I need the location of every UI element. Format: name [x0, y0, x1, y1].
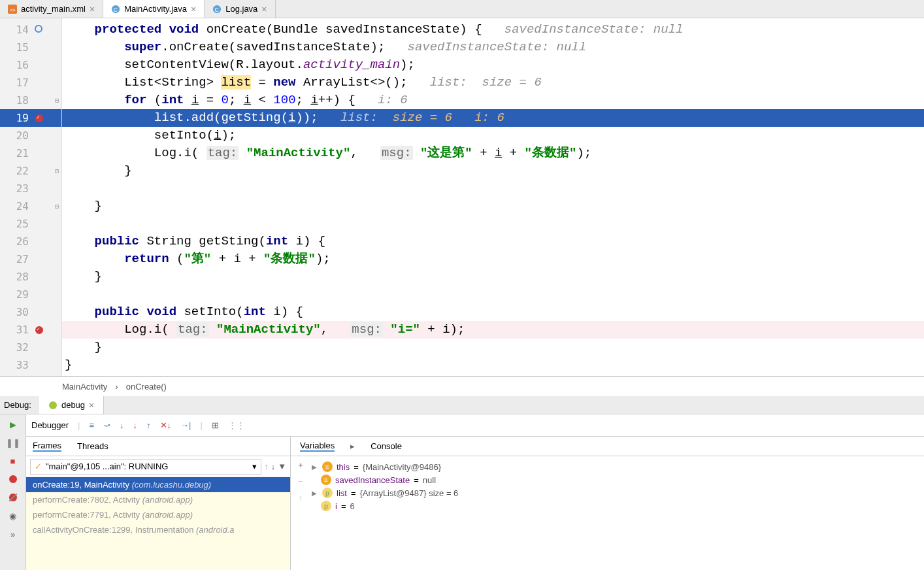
line-num: 23: [16, 182, 29, 195]
frame-item[interactable]: onCreate:19, MainActivity (com.lucashu.d…: [26, 477, 290, 492]
debug-panels: ✓ "main"@9,105 ...ain": RUNNING ▾ ↑ ↓ ▼ …: [26, 456, 924, 570]
override-icon[interactable]: [34, 24, 43, 36]
fold-icon[interactable]: ⊟: [55, 97, 59, 104]
line-num: 24: [16, 200, 29, 212]
debug-toolwindow-header: Debug: debug ×: [0, 396, 924, 414]
console-arrow-icon: ▸: [350, 441, 355, 451]
mute-breakpoints-button[interactable]: [7, 492, 19, 503]
thread-selector[interactable]: ✓ "main"@9,105 ...ain": RUNNING ▾: [30, 459, 261, 475]
gutter: 14 15 16 17 18⊟ 19 20 21 22⊟ 23 24⊟ 25 2…: [0, 18, 62, 376]
step-out-button[interactable]: ↑: [146, 420, 151, 430]
up-button[interactable]: ↑: [299, 493, 303, 503]
camera-button[interactable]: ◉: [7, 510, 19, 522]
thread-name: "main"@9,105 ...ain": RUNNING: [46, 461, 248, 471]
evaluate-button[interactable]: ⊞: [212, 420, 219, 430]
pause-button[interactable]: ❚❚: [7, 437, 19, 448]
expand-icon[interactable]: ▶: [312, 490, 317, 497]
variable-row[interactable]: ▶≡this = {MainActivity@9486}: [312, 460, 924, 473]
breadcrumb-method[interactable]: onCreate(): [126, 382, 167, 392]
breadcrumb-class[interactable]: MainActivity: [62, 382, 107, 392]
more-button[interactable]: »: [7, 528, 19, 540]
variables-tab[interactable]: Variables: [300, 441, 335, 452]
variables-list[interactable]: ▶≡this = {MainActivity@9486} ≡savedInsta…: [312, 456, 924, 516]
line-num: 17: [16, 76, 29, 89]
frame-item[interactable]: performCreate:7791, Activity (android.ap…: [26, 507, 290, 522]
drop-frame-button[interactable]: ✕↓: [160, 420, 172, 430]
tab-label: Log.java: [225, 4, 257, 14]
line-num: 28: [16, 271, 29, 283]
line-num: 32: [16, 341, 29, 354]
tab-label: activity_main.xml: [21, 4, 86, 14]
line-num: 27: [16, 253, 29, 265]
svg-text:C: C: [215, 6, 219, 12]
frames-panel: ✓ "main"@9,105 ...ain": RUNNING ▾ ↑ ↓ ▼ …: [26, 456, 291, 570]
chevron-down-icon: ▾: [252, 461, 257, 471]
svg-text:C: C: [114, 6, 118, 12]
debug-label: Debug:: [4, 400, 31, 410]
console-tab[interactable]: Console: [371, 441, 402, 451]
line-num: 14: [16, 24, 29, 36]
breakpoint-icon[interactable]: [35, 326, 43, 334]
step-over-button[interactable]: ⤻: [103, 420, 110, 430]
close-icon[interactable]: ×: [261, 4, 267, 14]
line-num: 15: [16, 41, 29, 54]
variables-panel: + − ↑ ▶≡this = {MainActivity@9486} ≡save…: [291, 456, 924, 570]
next-frame-button[interactable]: ↓: [271, 461, 276, 471]
resume-button[interactable]: ▶: [7, 418, 19, 430]
prev-frame-button[interactable]: ↑: [264, 461, 269, 471]
debug-side-toolbar: ▶ ❚❚ ■ ◉ »: [0, 414, 26, 570]
add-watch-button[interactable]: +: [298, 460, 303, 470]
expand-icon[interactable]: ▶: [312, 463, 317, 471]
code-area[interactable]: protected void onCreate(Bundle savedInst…: [62, 18, 924, 376]
fold-icon[interactable]: ⊟: [55, 203, 59, 210]
remove-watch-button[interactable]: −: [298, 477, 303, 486]
variable-row[interactable]: ≡savedInstanceState = null: [312, 473, 924, 486]
frames-list[interactable]: onCreate:19, MainActivity (com.lucashu.d…: [26, 477, 290, 570]
force-step-into-button[interactable]: ↓: [133, 420, 138, 430]
variable-row[interactable]: ▶plist = {ArrayList@9487} size = 6: [312, 486, 924, 499]
debug-tab-label: debug: [61, 400, 85, 410]
show-execution-point-button[interactable]: ≡: [90, 420, 95, 430]
line-num: 22: [16, 165, 29, 177]
frame-item[interactable]: callActivityOnCreate:1299, Instrumentati…: [26, 522, 290, 537]
tab-log[interactable]: C Log.java ×: [205, 0, 275, 18]
run-to-cursor-button[interactable]: →|: [180, 420, 191, 430]
threads-tab[interactable]: Threads: [77, 441, 108, 451]
frame-item[interactable]: performCreate:7802, Activity (android.ap…: [26, 492, 290, 507]
xml-file-icon: <>: [8, 5, 17, 14]
chevron-right-icon: ›: [115, 382, 118, 392]
fold-icon[interactable]: ⊟: [55, 167, 59, 175]
java-class-icon: C: [111, 5, 120, 14]
stop-button[interactable]: ■: [7, 455, 19, 467]
step-into-button[interactable]: ↓: [120, 420, 124, 430]
debug-session-tab[interactable]: debug ×: [39, 396, 104, 414]
svg-text:<>: <>: [10, 7, 16, 12]
tab-main-activity[interactable]: C MainActivity.java ×: [103, 0, 205, 18]
android-icon: [48, 401, 58, 410]
close-icon[interactable]: ×: [89, 400, 94, 411]
trace-button[interactable]: ⋮⋮: [228, 420, 245, 430]
line-num: 31: [16, 324, 29, 336]
variable-row[interactable]: pi = 6: [312, 499, 924, 512]
breakpoint-icon[interactable]: [35, 114, 43, 122]
editor-tabs: <> activity_main.xml × C MainActivity.ja…: [0, 0, 924, 18]
debug-main: Debugger | ≡ ⤻ ↓ ↓ ↑ ✕↓ →| | ⊞ ⋮⋮ Frames…: [26, 414, 924, 570]
frames-tab[interactable]: Frames: [33, 441, 61, 452]
view-breakpoints-button[interactable]: [7, 473, 19, 485]
editor: 14 15 16 17 18⊟ 19 20 21 22⊟ 23 24⊟ 25 2…: [0, 18, 924, 377]
line-num: 18: [16, 94, 29, 107]
svg-point-6: [35, 25, 42, 32]
close-icon[interactable]: ×: [90, 4, 95, 14]
line-num: 16: [16, 59, 29, 71]
debug-subtabs: Frames Threads Variables ▸ Console: [26, 437, 924, 456]
line-num: 20: [16, 129, 29, 142]
debug-body: ▶ ❚❚ ■ ◉ » Debugger | ≡ ⤻ ↓ ↓ ↑ ✕↓ →| | …: [0, 414, 924, 570]
java-class-icon: C: [212, 5, 222, 14]
tab-activity-main[interactable]: <> activity_main.xml ×: [0, 0, 103, 18]
close-icon[interactable]: ×: [191, 4, 196, 14]
debugger-tab[interactable]: Debugger: [31, 420, 69, 430]
line-num: 33: [16, 359, 29, 371]
line-num: 21: [16, 147, 29, 159]
filter-button[interactable]: ▼: [278, 461, 286, 471]
line-num: 29: [16, 288, 29, 301]
